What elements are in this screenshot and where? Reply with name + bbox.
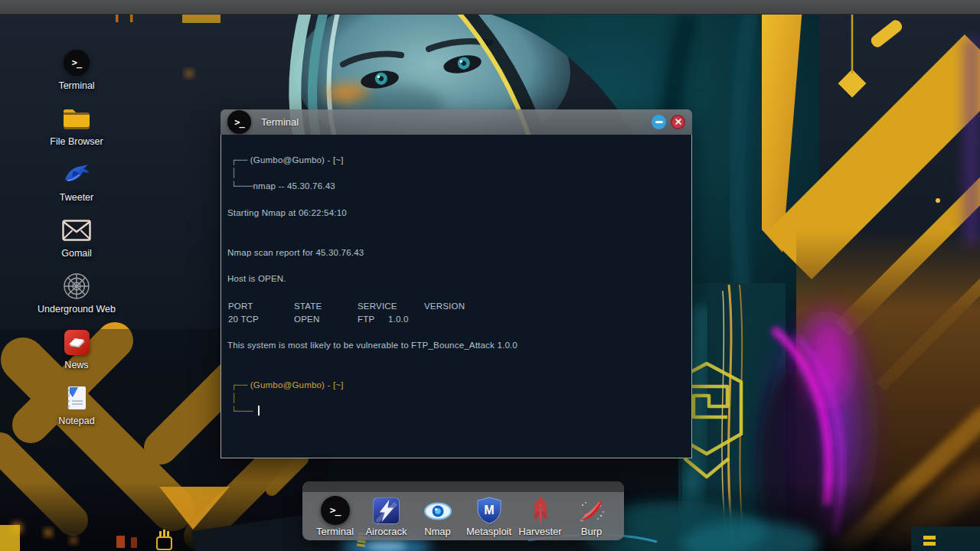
prompt-line: │	[231, 167, 688, 179]
prompt-tree: ┌──	[231, 380, 247, 390]
desktop-icon-label: File Browser	[50, 136, 103, 147]
text-cursor	[258, 406, 260, 416]
prompt-line: ┌── (Gumbo@Gumbo) - [~]	[231, 379, 688, 391]
dock-item-label: Nmap	[424, 526, 451, 537]
dock-item-metasploit[interactable]: M Metasploit	[463, 492, 514, 540]
desktop-icon-terminal[interactable]: >_ Terminal	[28, 45, 126, 101]
table-row: 20 TCP OPEN FTP 1.0.0	[227, 313, 688, 325]
burp-swoosh-icon	[578, 499, 606, 522]
terminal-app-icon: >_	[227, 110, 251, 134]
desktop-icon-label: Underground Web	[38, 304, 116, 315]
vulnerability-line: This system is most likely to be vulnera…	[227, 339, 688, 351]
bird-icon	[63, 163, 90, 186]
val-state: OPEN	[294, 313, 319, 325]
terminal-icon: >_	[64, 50, 90, 76]
airocrack-icon	[373, 497, 400, 524]
notepad-icon	[65, 385, 88, 411]
dock-item-label: Harvester	[518, 526, 561, 537]
prompt-tree: ┌──	[231, 155, 247, 165]
prompt-input-line: └───	[231, 405, 688, 417]
dock: >_ Terminal Airocrack	[302, 481, 624, 540]
prompt-line: ┌── (Gumbo@Gumbo) - [~]	[231, 154, 688, 166]
top-bar	[0, 0, 980, 15]
desktop-icon-news[interactable]: News	[28, 324, 126, 380]
metasploit-glyph: M	[484, 504, 494, 517]
desktop-icon-label: Notepad	[58, 416, 94, 426]
web-emblem-icon	[63, 272, 90, 300]
dock-item-airocrack[interactable]: Airocrack	[361, 492, 412, 540]
dock-item-burp[interactable]: Burp	[566, 492, 617, 540]
desktop-icon-label: News	[64, 360, 88, 370]
col-port: PORT	[228, 300, 253, 312]
desktop-icon-gomail[interactable]: Gomail	[28, 213, 126, 269]
envelope-icon	[62, 220, 91, 241]
prompt-tree: │	[231, 393, 237, 403]
terminal-output[interactable]: ┌── (Gumbo@Gumbo) - [~] │ └───nmap -- 45…	[220, 135, 692, 458]
prompt-tree: │	[231, 168, 237, 178]
prompt-tree: └───	[231, 406, 253, 416]
prompt-line: │	[231, 392, 688, 404]
val-version: 1.0.0	[388, 313, 409, 325]
val-service: FTP	[358, 313, 374, 325]
dock-item-label: Metasploit	[466, 526, 511, 537]
prompt-user: (Gumbo@Gumbo) - [~]	[250, 155, 344, 165]
dock-item-list: >_ Terminal Airocrack	[309, 492, 618, 540]
terminal-window: >_ Terminal ┌── (Gumbo@Gumbo) - [~] │ └─…	[220, 109, 692, 458]
command-text: nmap -- 45.30.76.43	[253, 181, 335, 191]
output-line: Starting Nmap at 06:22:54:10	[227, 207, 688, 219]
terminal-titlebar[interactable]: >_ Terminal	[220, 109, 692, 135]
desktop-icon-file-browser[interactable]: File Browser	[28, 101, 126, 157]
desktop-icon-underground-web[interactable]: Underground Web	[28, 269, 126, 324]
terminal-glyph: >_	[330, 506, 341, 515]
terminal-glyph: >_	[72, 58, 81, 67]
prompt-user: (Gumbo@Gumbo) - [~]	[250, 380, 344, 390]
command-line: └───nmap -- 45.30.76.43	[231, 180, 688, 192]
output-line: Host is OPEN.	[227, 272, 688, 285]
prompt-tree: └───	[231, 181, 253, 191]
col-service: SERVICE	[358, 300, 397, 312]
window-title: Terminal	[261, 116, 299, 128]
folder-icon	[62, 107, 91, 130]
desktop-icon-label: Gomail	[61, 248, 92, 259]
output-line: Nmap scan report for 45.30.76.43	[227, 246, 688, 259]
dock-item-terminal[interactable]: >_ Terminal	[309, 492, 361, 540]
dock-item-label: Terminal	[316, 526, 354, 537]
desktop-icon-list: >_ Terminal File Browser Tweete	[28, 45, 126, 436]
dock-item-nmap[interactable]: Nmap	[412, 492, 463, 540]
desktop-icon-label: Tweeter	[60, 192, 93, 203]
nmap-eye-icon	[423, 500, 452, 521]
col-version: VERSION	[424, 300, 465, 312]
col-state: STATE	[294, 300, 322, 312]
val-port: 20 TCP	[228, 313, 259, 325]
news-icon	[64, 330, 90, 355]
terminal-glyph: >_	[234, 118, 243, 127]
dock-handle[interactable]	[302, 481, 624, 492]
desktop-icon-tweeter[interactable]: Tweeter	[28, 157, 126, 213]
minimize-button[interactable]	[652, 115, 666, 129]
dock-item-label: Burp	[581, 526, 602, 537]
dock-item-label: Airocrack	[365, 526, 407, 537]
terminal-icon: >_	[321, 496, 350, 525]
metasploit-shield-icon: M	[476, 497, 502, 524]
harvester-wheat-icon	[532, 497, 549, 524]
table-header-row: PORT STATE SERVICE VERSION	[227, 300, 688, 312]
close-button[interactable]	[671, 115, 685, 129]
dock-item-harvester[interactable]: Harvester	[514, 492, 566, 540]
desktop-icon-label: Terminal	[58, 80, 94, 91]
desktop-icon-notepad[interactable]: Notepad	[28, 380, 126, 436]
window-controls	[652, 115, 685, 129]
